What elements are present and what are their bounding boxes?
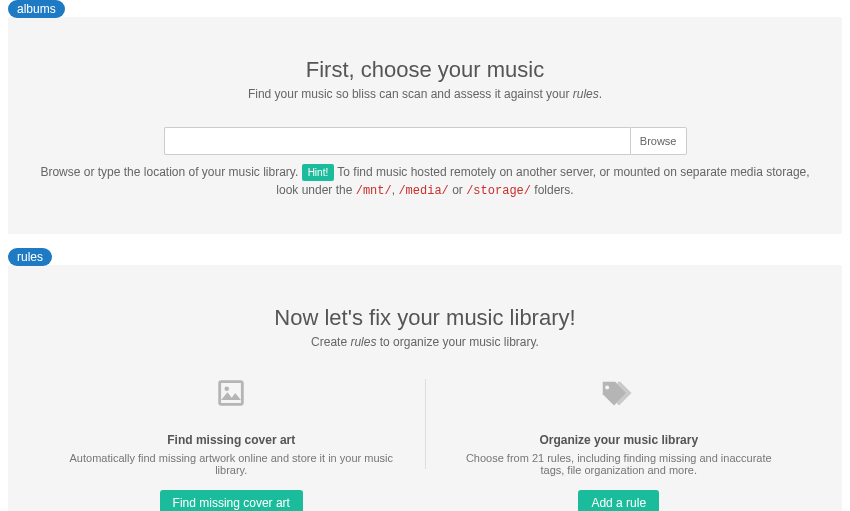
rules-subtitle: Create rules to organize your music libr… bbox=[38, 335, 812, 349]
albums-tag: albums bbox=[8, 0, 65, 18]
coverart-desc: Automatically find missing artwork onlin… bbox=[66, 452, 397, 476]
music-path-input[interactable] bbox=[164, 127, 630, 155]
albums-subtitle: Find your music so bliss can scan and as… bbox=[38, 87, 812, 101]
card-cover-art: Find missing cover art Automatically fin… bbox=[38, 375, 425, 511]
add-rule-button[interactable]: Add a rule bbox=[578, 490, 659, 511]
image-icon bbox=[214, 376, 248, 410]
rules-tag: rules bbox=[8, 248, 52, 266]
organize-title: Organize your music library bbox=[454, 433, 785, 447]
rules-title: Now let's fix your music library! bbox=[38, 305, 812, 331]
svg-point-0 bbox=[225, 386, 230, 391]
coverart-title: Find missing cover art bbox=[66, 433, 397, 447]
albums-hint: Browse or type the location of your musi… bbox=[38, 163, 812, 200]
browse-button[interactable]: Browse bbox=[630, 127, 687, 155]
organize-desc: Choose from 21 rules, including finding … bbox=[454, 452, 785, 476]
tags-icon bbox=[599, 376, 639, 410]
card-organize: Organize your music library Choose from … bbox=[426, 375, 813, 511]
albums-title: First, choose your music bbox=[38, 57, 812, 83]
hint-badge: Hint! bbox=[302, 164, 335, 181]
find-cover-art-button[interactable]: Find missing cover art bbox=[160, 490, 303, 511]
svg-point-1 bbox=[605, 385, 609, 389]
